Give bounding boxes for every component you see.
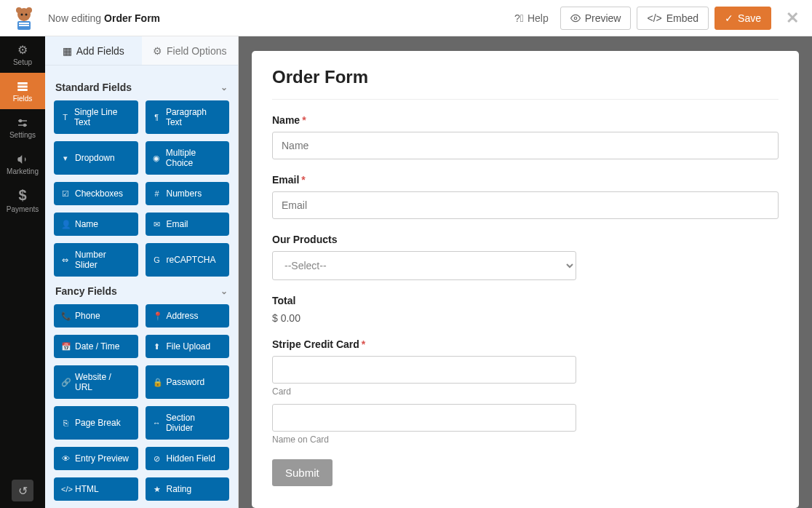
- svg-rect-10: [17, 85, 28, 87]
- sidebar-item-payments[interactable]: $ Payments: [0, 182, 45, 218]
- left-sidebar: ⚙ Setup Fields Settings Marketing $ Paym…: [0, 36, 45, 508]
- field-phone[interactable]: 📞Phone: [54, 304, 138, 328]
- field-password[interactable]: 🔒Password: [146, 365, 230, 399]
- name-on-card-sublabel: Name on Card: [272, 434, 779, 445]
- field-rating[interactable]: ★Rating: [146, 477, 230, 501]
- field-name[interactable]: 👤Name: [54, 213, 138, 236]
- history-button[interactable]: ↺: [12, 480, 33, 501]
- products-label: Our Products: [272, 234, 779, 245]
- logo: [9, 3, 39, 33]
- eye-icon: 👁: [61, 454, 70, 463]
- fields-panel: ▦Add Fields ⚙Field Options Standard Fiel…: [45, 36, 239, 508]
- editing-title: Now editing Order Form: [48, 12, 509, 24]
- user-icon: 👤: [61, 220, 70, 229]
- svg-point-7: [25, 13, 28, 15]
- total-value: $ 0.00: [272, 312, 779, 324]
- link-icon: 🔗: [61, 378, 70, 387]
- section-fancy-fields[interactable]: Fancy Fields ⌄: [54, 277, 229, 304]
- field-multiple-choice[interactable]: ◉Multiple Choice: [146, 141, 230, 175]
- form-title: Order Form: [272, 67, 779, 100]
- eye-icon: [570, 13, 581, 23]
- field-entry-preview[interactable]: 👁Entry Preview: [54, 447, 138, 470]
- email-input[interactable]: [272, 191, 779, 219]
- code-icon: </>: [647, 12, 661, 24]
- svg-point-14: [20, 119, 22, 122]
- svg-rect-9: [17, 82, 28, 84]
- svg-rect-5: [19, 25, 29, 26]
- field-checkboxes[interactable]: ☑Checkboxes: [54, 182, 138, 205]
- svg-point-1: [16, 7, 22, 13]
- total-label: Total: [272, 295, 779, 306]
- form-field-products[interactable]: Our Products --Select--: [272, 234, 779, 280]
- phone-icon: 📞: [61, 311, 70, 321]
- checkbox-icon: ☑: [61, 189, 70, 199]
- save-button[interactable]: ✓Save: [715, 7, 771, 30]
- code-icon: </>: [61, 485, 70, 493]
- sidebar-item-settings[interactable]: Settings: [0, 109, 45, 146]
- dropdown-icon: ▾: [61, 154, 70, 163]
- field-numbers[interactable]: #Numbers: [146, 182, 230, 205]
- svg-point-2: [26, 7, 32, 13]
- field-hidden-field[interactable]: ⊘Hidden Field: [146, 447, 230, 470]
- slider-icon: ⇔: [61, 255, 70, 265]
- svg-rect-11: [17, 89, 28, 91]
- radio-icon: ◉: [153, 154, 161, 163]
- name-input[interactable]: [272, 132, 779, 159]
- submit-button[interactable]: Submit: [272, 459, 333, 486]
- sidebar-item-marketing[interactable]: Marketing: [0, 146, 45, 182]
- field-section-divider[interactable]: ↔Section Divider: [146, 406, 230, 440]
- form-canvas: Order Form Name* Email* Our Products --S…: [239, 36, 812, 508]
- top-bar: Now editing Order Form ?⃝Help Preview </…: [0, 0, 812, 36]
- field-single-line-text[interactable]: TSingle Line Text: [54, 100, 138, 134]
- field-number-slider[interactable]: ⇔Number Slider: [54, 243, 138, 277]
- chevron-down-icon: ⌄: [220, 286, 228, 296]
- name-label: Name*: [272, 114, 779, 126]
- text-icon: T: [61, 113, 69, 122]
- close-button[interactable]: ✕: [777, 9, 803, 28]
- svg-point-8: [574, 17, 577, 20]
- check-icon: ✓: [725, 12, 733, 24]
- form-field-email[interactable]: Email*: [272, 174, 779, 219]
- field-recaptcha[interactable]: GreCAPTCHA: [146, 243, 230, 277]
- undo-icon: ↺: [18, 484, 28, 498]
- megaphone-icon: [16, 153, 29, 166]
- chevron-down-icon: ⌄: [220, 82, 228, 92]
- field-address[interactable]: 📍Address: [146, 304, 230, 328]
- field-website-url[interactable]: 🔗Website / URL: [54, 365, 138, 399]
- email-label: Email*: [272, 174, 779, 186]
- card-input[interactable]: [272, 356, 576, 384]
- envelope-icon: ✉: [153, 220, 162, 229]
- preview-button[interactable]: Preview: [560, 7, 632, 30]
- calendar-icon: 📅: [61, 342, 70, 352]
- form-field-total: Total $ 0.00: [272, 295, 779, 324]
- hash-icon: #: [153, 189, 162, 198]
- divider-icon: ↔: [153, 418, 161, 427]
- form-preview: Order Form Name* Email* Our Products --S…: [252, 51, 799, 508]
- field-dropdown[interactable]: ▾Dropdown: [54, 141, 138, 175]
- field-email[interactable]: ✉Email: [146, 213, 230, 236]
- section-standard-fields[interactable]: Standard Fields ⌄: [54, 73, 229, 100]
- field-html[interactable]: </>HTML: [54, 477, 138, 501]
- form-name: Order Form: [104, 12, 160, 24]
- field-page-break[interactable]: ⎘Page Break: [54, 406, 138, 440]
- pin-icon: 📍: [153, 311, 162, 321]
- form-field-name[interactable]: Name*: [272, 114, 779, 159]
- card-sublabel: Card: [272, 386, 779, 397]
- field-date-time[interactable]: 📅Date / Time: [54, 335, 138, 358]
- form-field-stripe[interactable]: Stripe Credit Card* Card Name on Card: [272, 338, 779, 445]
- tab-add-fields[interactable]: ▦Add Fields: [45, 36, 142, 65]
- svg-point-6: [21, 13, 23, 15]
- field-paragraph-text[interactable]: ¶Paragraph Text: [146, 100, 230, 134]
- dollar-icon: $: [18, 187, 26, 204]
- sidebar-item-setup[interactable]: ⚙ Setup: [0, 36, 45, 73]
- page-icon: ⎘: [61, 418, 70, 427]
- tab-field-options[interactable]: ⚙Field Options: [142, 36, 239, 65]
- upload-icon: ⬆: [153, 342, 162, 352]
- products-select[interactable]: --Select--: [272, 251, 576, 280]
- embed-button[interactable]: </>Embed: [637, 7, 709, 30]
- sidebar-item-fields[interactable]: Fields: [0, 73, 45, 109]
- name-on-card-input[interactable]: [272, 404, 576, 432]
- grid-icon: [16, 80, 29, 93]
- help-link[interactable]: ?⃝Help: [509, 12, 554, 24]
- field-file-upload[interactable]: ⬆File Upload: [146, 335, 230, 358]
